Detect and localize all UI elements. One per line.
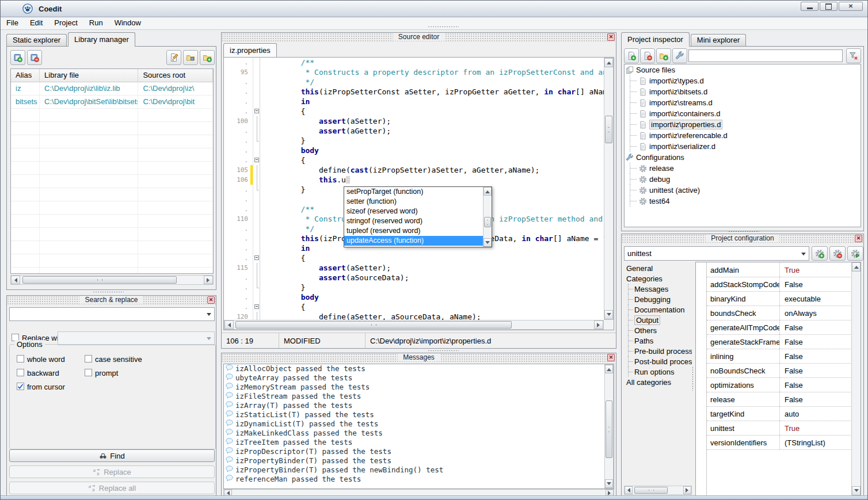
code-line[interactable]: . assert(aSourceData); <box>224 273 604 283</box>
category-item-documentation[interactable]: Documentation <box>624 304 692 315</box>
property-value[interactable]: True <box>780 421 800 435</box>
code-line[interactable]: . in <box>224 97 604 106</box>
code-line[interactable]: . assert(aGetter); <box>224 126 604 136</box>
close-icon[interactable]: ✕ <box>607 33 615 41</box>
category-item-general[interactable]: General <box>624 263 692 273</box>
code-line[interactable]: . { <box>224 106 604 116</box>
property-row-boundsCheck[interactable]: boundsCheckonAlways <box>707 306 851 320</box>
message-row[interactable]: izDynamicList(T) passed the tests <box>224 419 614 429</box>
tree-item-file[interactable]: import\iz\serializer.d <box>625 141 861 152</box>
code-line[interactable]: . { <box>224 253 604 263</box>
library-edit-button[interactable] <box>166 50 181 65</box>
menu-item-run[interactable]: Run <box>83 17 109 28</box>
scroll-up-icon[interactable] <box>605 365 613 373</box>
close-icon[interactable]: ✕ <box>207 296 215 304</box>
fold-collapse-icon[interactable] <box>254 158 259 162</box>
editor-hscrollbar[interactable] <box>224 320 604 330</box>
property-value[interactable]: auto <box>780 406 799 421</box>
tab-static-explorer[interactable]: Static explorer <box>6 34 67 46</box>
editor-tab-iz-properties[interactable]: iz.properties <box>223 43 277 57</box>
tree-item-file[interactable]: import\iz\properties.d <box>625 119 861 130</box>
property-value[interactable]: True <box>780 262 800 277</box>
menu-item-edit[interactable]: Edit <box>24 17 48 28</box>
scroll-left-icon[interactable] <box>625 486 633 494</box>
checkbox-prompt[interactable] <box>85 369 92 376</box>
maximize-button[interactable] <box>820 2 837 11</box>
menu-item-window[interactable]: Window <box>109 17 147 28</box>
scrollbar-thumb[interactable] <box>605 116 612 143</box>
replace-button[interactable]: abReplace <box>9 465 215 478</box>
table-row-empty[interactable] <box>11 122 213 135</box>
file-add-button[interactable] <box>624 48 639 63</box>
code-line[interactable]: 105 define(cast(izPropSetter)aSetter, aG… <box>224 165 604 175</box>
property-value[interactable]: False <box>780 392 803 406</box>
scroll-up-icon[interactable] <box>852 262 861 272</box>
property-value[interactable]: False <box>780 334 803 349</box>
property-value[interactable]: False <box>780 363 803 377</box>
tree-item-configuration[interactable]: test64 <box>625 196 861 207</box>
message-row[interactable]: izMemoryStream passed the tests <box>224 383 614 392</box>
property-value[interactable]: (TStringList) <box>780 435 825 449</box>
scroll-up-icon[interactable] <box>604 58 613 67</box>
table-row-empty[interactable] <box>11 201 213 215</box>
table-row-empty[interactable] <box>11 254 213 268</box>
inspector-filter-input[interactable] <box>688 49 843 62</box>
menu-item-file[interactable]: File <box>1 17 24 28</box>
code-line[interactable]: . /** <box>224 58 604 67</box>
code-line[interactable]: . this(izPropSetterConst aSetter, izProp… <box>224 87 604 97</box>
close-icon[interactable]: ✕ <box>855 235 862 242</box>
gear-add-button[interactable] <box>812 246 828 261</box>
property-value[interactable]: executable <box>780 291 821 306</box>
folder-add-button[interactable] <box>656 48 671 63</box>
completion-item[interactable]: setter (function) <box>344 197 483 207</box>
categories-hscrollbar[interactable] <box>624 486 692 495</box>
property-row-noBoundsCheck[interactable]: noBoundsCheckFalse <box>707 363 851 378</box>
scroll-right-icon[interactable] <box>594 320 603 329</box>
checkbox-whole-word[interactable] <box>17 355 24 362</box>
completion-item[interactable]: stringof (reserved word) <box>344 216 483 226</box>
scrollbar-thumb[interactable] <box>484 217 491 227</box>
completion-item[interactable]: sizeof (reserved word) <box>344 207 483 216</box>
completion-item[interactable]: updateAccess (function) <box>344 236 483 246</box>
message-row[interactable]: izPropertyBinder(T) passed the newBindin… <box>224 465 614 475</box>
column-header-alias[interactable]: Alias <box>11 69 40 82</box>
property-grid-vscrollbar[interactable] <box>851 262 861 495</box>
property-row-release[interactable]: releaseFalse <box>707 392 851 407</box>
scroll-down-icon[interactable] <box>605 479 613 488</box>
scroll-up-icon[interactable] <box>484 187 492 196</box>
code-line[interactable]: . body <box>224 292 604 302</box>
code-line[interactable]: 106 this.u <box>224 175 604 185</box>
message-row[interactable]: izPropertyBinder(T) passed the tests <box>224 456 614 465</box>
code-line[interactable]: . } <box>224 136 604 146</box>
close-button[interactable]: ✕ <box>839 2 863 11</box>
tab-mini-explorer[interactable]: Mini explorer <box>691 34 746 46</box>
tab-library-manager[interactable]: Library manager <box>68 32 135 47</box>
category-item-debugging[interactable]: Debugging <box>624 294 692 304</box>
code-line[interactable]: . */ <box>224 77 604 87</box>
message-row[interactable]: ubyteArray passed the tests <box>224 373 614 383</box>
property-row-inlining[interactable]: inliningFalse <box>707 349 851 364</box>
minimize-button[interactable] <box>801 2 818 11</box>
property-row-targetKind[interactable]: targetKindauto <box>707 406 851 421</box>
completion-item[interactable]: setPropTarget (function) <box>344 187 483 197</box>
table-row-empty[interactable] <box>11 268 213 274</box>
property-value[interactable]: False <box>780 349 803 363</box>
scrollbar-thumb[interactable] <box>634 487 668 494</box>
tree-root-configurations[interactable]: Configurations <box>625 152 861 163</box>
category-item-post-build-process[interactable]: Post-build process <box>624 356 692 367</box>
completion-item[interactable]: tupleof (reserved word) <box>344 226 483 236</box>
property-row-versionIdentifiers[interactable]: versionIdentifiers(TStringList) <box>707 435 851 450</box>
code-line[interactable]: 95 * Constructs a property descriptor fr… <box>224 67 604 77</box>
message-row[interactable]: izTreeItem passed the tests <box>224 438 614 447</box>
scrollbar-thumb[interactable] <box>606 400 612 458</box>
table-row-empty[interactable] <box>11 148 213 162</box>
replace-all-button[interactable]: abReplace all <box>9 482 215 494</box>
close-icon[interactable]: ✕ <box>607 354 615 361</box>
wrench-button[interactable] <box>672 48 687 63</box>
tree-item-file[interactable]: import\iz\types.d <box>625 75 861 86</box>
code-line[interactable]: . { <box>224 155 604 165</box>
table-row-empty[interactable] <box>11 215 213 228</box>
table-row-empty[interactable] <box>11 241 213 254</box>
splitter-grip[interactable] <box>428 26 459 28</box>
table-row[interactable]: izC:\Dev\dproj\iz\lib\iz.libC:\Dev\dproj… <box>11 82 213 96</box>
